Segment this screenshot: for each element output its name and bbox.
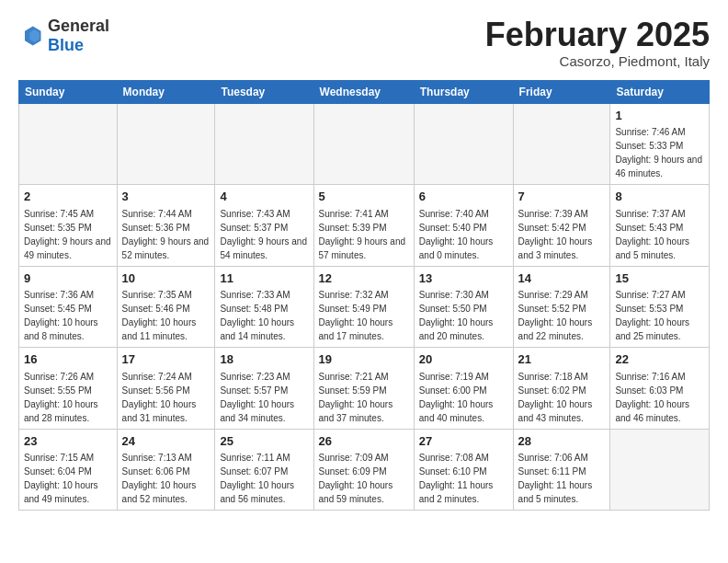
- day-info: Sunrise: 7:23 AM Sunset: 5:57 PM Dayligh…: [220, 372, 294, 423]
- calendar-cell: 15Sunrise: 7:27 AM Sunset: 5:53 PM Dayli…: [610, 266, 710, 348]
- day-info: Sunrise: 7:08 AM Sunset: 6:10 PM Dayligh…: [419, 453, 494, 504]
- day-number: 2: [24, 189, 112, 205]
- day-info: Sunrise: 7:44 AM Sunset: 5:36 PM Dayligh…: [122, 209, 210, 260]
- day-number: 10: [122, 270, 210, 287]
- day-info: Sunrise: 7:37 AM Sunset: 5:43 PM Dayligh…: [615, 209, 689, 260]
- day-info: Sunrise: 7:16 AM Sunset: 6:03 PM Dayligh…: [615, 372, 689, 423]
- calendar-cell: 3Sunrise: 7:44 AM Sunset: 5:36 PM Daylig…: [117, 185, 215, 267]
- header: General Blue February 2025 Casorzo, Pied…: [18, 17, 710, 69]
- day-info: Sunrise: 7:13 AM Sunset: 6:06 PM Dayligh…: [122, 453, 197, 504]
- day-number: 4: [220, 189, 308, 205]
- calendar-cell: [19, 103, 118, 185]
- day-number: 11: [220, 270, 308, 287]
- col-thursday: Thursday: [414, 80, 513, 103]
- calendar-cell: 26Sunrise: 7:09 AM Sunset: 6:09 PM Dayli…: [313, 429, 414, 511]
- col-saturday: Saturday: [610, 80, 710, 103]
- day-info: Sunrise: 7:43 AM Sunset: 5:37 PM Dayligh…: [220, 209, 307, 260]
- day-number: 12: [319, 270, 409, 287]
- col-monday: Monday: [117, 80, 215, 103]
- calendar-cell: 28Sunrise: 7:06 AM Sunset: 6:11 PM Dayli…: [513, 429, 610, 511]
- day-number: 24: [122, 433, 210, 450]
- day-number: 16: [24, 351, 112, 368]
- day-info: Sunrise: 7:19 AM Sunset: 6:00 PM Dayligh…: [419, 372, 494, 423]
- calendar-cell: 6Sunrise: 7:40 AM Sunset: 5:40 PM Daylig…: [414, 185, 513, 267]
- month-title: February 2025: [485, 17, 710, 53]
- day-number: 22: [615, 351, 704, 368]
- day-info: Sunrise: 7:30 AM Sunset: 5:50 PM Dayligh…: [419, 290, 494, 341]
- calendar-week-row: 2Sunrise: 7:45 AM Sunset: 5:35 PM Daylig…: [19, 185, 710, 267]
- day-info: Sunrise: 7:29 AM Sunset: 5:52 PM Dayligh…: [518, 290, 593, 341]
- calendar-cell: 27Sunrise: 7:08 AM Sunset: 6:10 PM Dayli…: [414, 429, 513, 511]
- calendar-week-row: 16Sunrise: 7:26 AM Sunset: 5:55 PM Dayli…: [19, 348, 710, 430]
- calendar-cell: 21Sunrise: 7:18 AM Sunset: 6:02 PM Dayli…: [513, 348, 610, 430]
- day-number: 25: [220, 433, 308, 450]
- calendar-cell: 13Sunrise: 7:30 AM Sunset: 5:50 PM Dayli…: [414, 266, 513, 348]
- day-info: Sunrise: 7:26 AM Sunset: 5:55 PM Dayligh…: [24, 372, 98, 423]
- day-number: 14: [518, 270, 606, 287]
- calendar-cell: 22Sunrise: 7:16 AM Sunset: 6:03 PM Dayli…: [610, 348, 710, 430]
- calendar-cell: 5Sunrise: 7:41 AM Sunset: 5:39 PM Daylig…: [313, 185, 414, 267]
- day-number: 5: [319, 189, 409, 205]
- day-number: 26: [319, 433, 409, 450]
- day-info: Sunrise: 7:33 AM Sunset: 5:48 PM Dayligh…: [220, 290, 294, 341]
- day-info: Sunrise: 7:39 AM Sunset: 5:42 PM Dayligh…: [518, 209, 593, 260]
- calendar-cell: [117, 103, 215, 185]
- calendar-table: Sunday Monday Tuesday Wednesday Thursday…: [18, 80, 710, 511]
- day-info: Sunrise: 7:18 AM Sunset: 6:02 PM Dayligh…: [518, 372, 593, 423]
- day-number: 8: [615, 189, 704, 205]
- calendar-cell: 16Sunrise: 7:26 AM Sunset: 5:55 PM Dayli…: [19, 348, 118, 430]
- calendar-cell: 20Sunrise: 7:19 AM Sunset: 6:00 PM Dayli…: [414, 348, 513, 430]
- logo-icon: [18, 23, 44, 49]
- day-number: 13: [419, 270, 508, 287]
- day-number: 9: [24, 270, 112, 287]
- day-number: 23: [24, 433, 112, 450]
- calendar-week-row: 9Sunrise: 7:36 AM Sunset: 5:45 PM Daylig…: [19, 266, 710, 348]
- day-info: Sunrise: 7:46 AM Sunset: 5:33 PM Dayligh…: [615, 127, 702, 178]
- day-number: 3: [122, 189, 210, 205]
- calendar-cell: 9Sunrise: 7:36 AM Sunset: 5:45 PM Daylig…: [19, 266, 118, 348]
- calendar-cell: 24Sunrise: 7:13 AM Sunset: 6:06 PM Dayli…: [117, 429, 215, 511]
- col-wednesday: Wednesday: [313, 80, 414, 103]
- day-number: 15: [615, 270, 704, 287]
- calendar-cell: 11Sunrise: 7:33 AM Sunset: 5:48 PM Dayli…: [215, 266, 313, 348]
- calendar-cell: 23Sunrise: 7:15 AM Sunset: 6:04 PM Dayli…: [19, 429, 118, 511]
- col-tuesday: Tuesday: [215, 80, 313, 103]
- calendar-cell: 14Sunrise: 7:29 AM Sunset: 5:52 PM Dayli…: [513, 266, 610, 348]
- calendar-cell: [610, 429, 710, 511]
- col-sunday: Sunday: [19, 80, 118, 103]
- col-friday: Friday: [513, 80, 610, 103]
- day-info: Sunrise: 7:24 AM Sunset: 5:56 PM Dayligh…: [122, 372, 197, 423]
- calendar-cell: 7Sunrise: 7:39 AM Sunset: 5:42 PM Daylig…: [513, 185, 610, 267]
- calendar-cell: [215, 103, 313, 185]
- logo-blue: Blue: [48, 36, 84, 54]
- day-info: Sunrise: 7:11 AM Sunset: 6:07 PM Dayligh…: [220, 453, 294, 504]
- calendar-cell: 10Sunrise: 7:35 AM Sunset: 5:46 PM Dayli…: [117, 266, 215, 348]
- day-info: Sunrise: 7:45 AM Sunset: 5:35 PM Dayligh…: [24, 209, 111, 260]
- day-number: 18: [220, 351, 308, 368]
- day-number: 1: [615, 108, 704, 124]
- logo: General Blue: [18, 17, 109, 55]
- calendar-cell: [513, 103, 610, 185]
- day-number: 28: [518, 433, 606, 450]
- calendar-cell: 17Sunrise: 7:24 AM Sunset: 5:56 PM Dayli…: [117, 348, 215, 430]
- day-info: Sunrise: 7:15 AM Sunset: 6:04 PM Dayligh…: [24, 453, 98, 504]
- calendar-cell: 8Sunrise: 7:37 AM Sunset: 5:43 PM Daylig…: [610, 185, 710, 267]
- calendar-cell: 1Sunrise: 7:46 AM Sunset: 5:33 PM Daylig…: [610, 103, 710, 185]
- calendar-cell: 19Sunrise: 7:21 AM Sunset: 5:59 PM Dayli…: [313, 348, 414, 430]
- calendar-cell: 12Sunrise: 7:32 AM Sunset: 5:49 PM Dayli…: [313, 266, 414, 348]
- day-info: Sunrise: 7:09 AM Sunset: 6:09 PM Dayligh…: [319, 453, 393, 504]
- day-info: Sunrise: 7:41 AM Sunset: 5:39 PM Dayligh…: [319, 209, 406, 260]
- calendar-header-row: Sunday Monday Tuesday Wednesday Thursday…: [19, 80, 710, 103]
- logo-text: General Blue: [48, 17, 109, 55]
- day-info: Sunrise: 7:06 AM Sunset: 6:11 PM Dayligh…: [518, 453, 593, 504]
- day-number: 6: [419, 189, 508, 205]
- calendar-cell: [414, 103, 513, 185]
- day-info: Sunrise: 7:40 AM Sunset: 5:40 PM Dayligh…: [419, 209, 494, 260]
- calendar-cell: 25Sunrise: 7:11 AM Sunset: 6:07 PM Dayli…: [215, 429, 313, 511]
- day-number: 19: [319, 351, 409, 368]
- location-title: Casorzo, Piedmont, Italy: [485, 53, 710, 69]
- day-info: Sunrise: 7:32 AM Sunset: 5:49 PM Dayligh…: [319, 290, 393, 341]
- calendar-week-row: 23Sunrise: 7:15 AM Sunset: 6:04 PM Dayli…: [19, 429, 710, 511]
- logo-general: General: [48, 17, 109, 35]
- calendar-cell: 2Sunrise: 7:45 AM Sunset: 5:35 PM Daylig…: [19, 185, 118, 267]
